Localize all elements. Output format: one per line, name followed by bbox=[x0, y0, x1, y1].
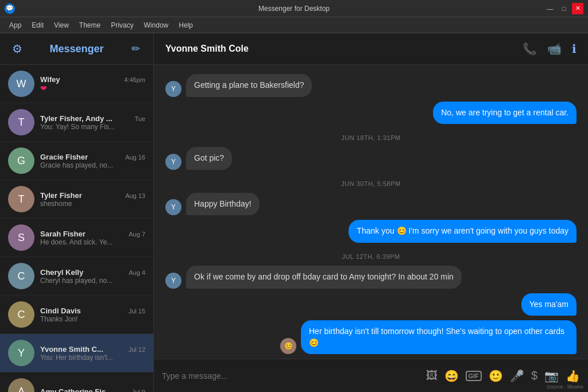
contact-preview: sheshome bbox=[40, 200, 145, 208]
message-avatar: Y bbox=[165, 81, 181, 97]
contact-item[interactable]: TTyler FisherAug 13sheshome bbox=[0, 180, 153, 219]
message-row: YOk if we come by and drop off bday card… bbox=[165, 266, 577, 289]
message-avatar: Y bbox=[165, 199, 181, 215]
minimize-button[interactable]: — bbox=[544, 3, 556, 14]
messages-container: YGetting a plane to Bakersfield?No, we a… bbox=[154, 65, 588, 359]
contact-time: 4:46pm bbox=[124, 76, 145, 83]
camera-icon[interactable]: 📷 bbox=[544, 369, 559, 383]
contact-name: Wifey bbox=[40, 75, 60, 84]
gif-button[interactable]: GIF bbox=[466, 371, 482, 381]
contact-info: Sarah FisherAug 7He does. And sick. Ye..… bbox=[40, 230, 145, 246]
menu-item-view[interactable]: View bbox=[49, 20, 74, 31]
menu-item-help[interactable]: Help bbox=[174, 20, 198, 31]
contact-item[interactable]: YYvonne Smith C...Jul 12You: Her birthda… bbox=[0, 334, 153, 372]
contact-name: Tyler Fisher bbox=[40, 191, 82, 200]
menu-item-theme[interactable]: Theme bbox=[75, 20, 105, 31]
message-bubble: Happy Birthday! bbox=[186, 193, 260, 216]
message-bubble: Thank you 😊 I'm sorry we aren't going wi… bbox=[349, 220, 577, 243]
contact-name-row: Amy Catherine Fis...Jul 9 bbox=[40, 387, 145, 393]
message-row: Thank you 😊 I'm sorry we aren't going wi… bbox=[165, 220, 577, 243]
contact-time: Aug 4 bbox=[129, 269, 145, 276]
maximize-button[interactable]: □ bbox=[558, 3, 570, 14]
window-controls: — □ ✕ bbox=[544, 3, 583, 14]
contact-item[interactable]: CCindi DavisJul 15Thanks Jon! bbox=[0, 296, 153, 334]
heart-icon: ❤ bbox=[40, 84, 47, 93]
contact-time: Tue bbox=[134, 115, 145, 122]
message-bubble: Ok if we come by and drop off bday card … bbox=[186, 266, 462, 289]
contact-name: Cindi Davis bbox=[40, 306, 81, 315]
menu-bar: AppEditViewThemePrivacyWindowHelp bbox=[0, 17, 588, 33]
contact-name: Sarah Fisher bbox=[40, 230, 86, 238]
timestamp-divider: JUL 12TH, 6:39PM bbox=[165, 247, 577, 263]
message-row: Yes ma'am bbox=[165, 293, 577, 316]
contact-name: Gracie Fisher bbox=[40, 153, 88, 161]
contact-preview: You: Yay! So many Fis... bbox=[40, 123, 145, 131]
menu-item-edit[interactable]: Edit bbox=[27, 20, 48, 31]
sidebar-title: Messenger bbox=[49, 43, 103, 55]
compose-icon[interactable]: ✏ bbox=[128, 41, 144, 57]
message-row: YGot pic? bbox=[165, 147, 577, 170]
chat-header-actions: 📞 📹 ℹ bbox=[523, 42, 577, 56]
contact-time: Jul 12 bbox=[129, 346, 145, 353]
app-icon: 💬 bbox=[5, 3, 15, 14]
chat-area: Yvonne Smith Cole 📞 📹 ℹ YGetting a plane… bbox=[154, 33, 588, 392]
settings-icon[interactable]: ⚙ bbox=[9, 41, 25, 57]
contact-preview: He does. And sick. Ye... bbox=[40, 238, 145, 246]
avatar: C bbox=[8, 263, 34, 289]
contact-item[interactable]: SSarah FisherAug 7He does. And sick. Ye.… bbox=[0, 219, 153, 257]
message-row: YGetting a plane to Bakersfield? bbox=[165, 74, 577, 97]
contact-name: Tyler Fisher, Andy ... bbox=[40, 114, 113, 123]
dollar-icon[interactable]: $ bbox=[531, 369, 537, 382]
title-bar: 💬 Messenger for Desktop — □ ✕ bbox=[0, 0, 588, 17]
avatar: G bbox=[8, 148, 34, 174]
message-input[interactable] bbox=[162, 371, 419, 381]
message-bubble: Yes ma'am bbox=[521, 293, 577, 316]
contact-time: Aug 7 bbox=[129, 231, 145, 238]
contact-name: Yvonne Smith C... bbox=[40, 345, 103, 354]
contact-info: Cindi DavisJul 15Thanks Jon! bbox=[40, 306, 145, 323]
avatar: T bbox=[8, 109, 34, 135]
emoji-icon[interactable]: 🙂 bbox=[489, 369, 503, 383]
menu-item-window[interactable]: Window bbox=[140, 20, 173, 31]
contact-item[interactable]: GGracie FisherAug 16Gracie has played, n… bbox=[0, 142, 153, 180]
timestamp-divider: JUN 30TH, 5:58PM bbox=[165, 174, 577, 191]
contact-preview: ❤ bbox=[40, 84, 145, 93]
info-icon[interactable]: ℹ bbox=[572, 42, 577, 56]
message-bubble: No, we are trying to get a rental car. bbox=[433, 102, 577, 125]
message-row: YHappy Birthday! bbox=[165, 193, 577, 216]
contact-info: Amy Catherine Fis...Jul 9 bbox=[40, 387, 145, 393]
timestamp-divider: JUN 18TH, 1:31PM bbox=[165, 129, 577, 145]
contact-name: Cheryl Kelly bbox=[40, 268, 83, 277]
contact-item[interactable]: AAmy Catherine Fis...Jul 9 bbox=[0, 372, 153, 392]
emoji-gif-icon[interactable]: 😄 bbox=[444, 369, 459, 383]
window-title: Messenger for Desktop bbox=[258, 5, 330, 13]
phone-icon[interactable]: 📞 bbox=[523, 42, 537, 56]
close-button[interactable]: ✕ bbox=[572, 3, 583, 14]
message-avatar: Y bbox=[165, 154, 181, 170]
contact-preview: Thanks Jon! bbox=[40, 315, 145, 323]
video-icon[interactable]: 📹 bbox=[547, 42, 562, 56]
sticker-icon[interactable]: 🖼 bbox=[426, 369, 438, 382]
contact-item[interactable]: CCheryl KellyAug 4Cheryl has played, no.… bbox=[0, 257, 153, 296]
mic-icon[interactable]: 🎤 bbox=[510, 369, 524, 383]
contact-item[interactable]: WWifey4:46pm❤ bbox=[0, 65, 153, 103]
contact-info: Tyler FisherAug 13sheshome bbox=[40, 191, 145, 208]
menu-item-app[interactable]: App bbox=[5, 20, 26, 31]
like-icon[interactable]: 👍 bbox=[566, 369, 580, 383]
sidebar-header: ⚙ Messenger ✏ bbox=[0, 33, 153, 65]
contact-item[interactable]: TTyler Fisher, Andy ...TueYou: Yay! So m… bbox=[0, 103, 153, 142]
avatar: S bbox=[8, 224, 34, 251]
contact-info: Yvonne Smith C...Jul 12You: Her birthday… bbox=[40, 345, 145, 362]
contact-name-row: Cheryl KellyAug 4 bbox=[40, 268, 145, 277]
avatar: W bbox=[8, 71, 34, 97]
contact-name-row: Gracie FisherAug 16 bbox=[40, 153, 145, 161]
contact-preview: Cheryl has played, no... bbox=[40, 277, 145, 285]
contact-time: Aug 13 bbox=[125, 192, 145, 199]
message-row: No, we are trying to get a rental car. bbox=[165, 102, 577, 125]
contact-name-row: Yvonne Smith C...Jul 12 bbox=[40, 345, 145, 354]
chat-contact-name: Yvonne Smith Cole bbox=[165, 44, 249, 54]
menu-item-privacy[interactable]: Privacy bbox=[106, 20, 138, 31]
chat-header: Yvonne Smith Cole 📞 📹 ℹ bbox=[154, 33, 588, 65]
source-badge: Source : lifewire bbox=[547, 384, 583, 390]
avatar: T bbox=[8, 186, 34, 212]
